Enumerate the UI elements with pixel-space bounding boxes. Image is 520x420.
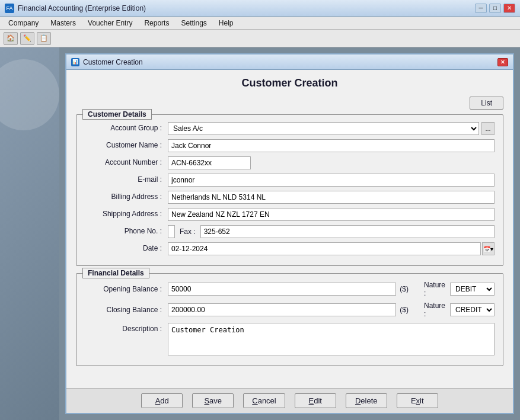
menu-bar: Company Masters Voucher Entry Reports Se… (0, 17, 520, 30)
billing-address-input[interactable] (168, 191, 495, 204)
customer-name-label: Customer Name : (85, 139, 168, 149)
email-control (168, 174, 495, 187)
financial-details-label: Financial Details (82, 268, 149, 278)
toolbar-btn-2[interactable]: ✏️ (20, 32, 34, 45)
main-area: 📊 Customer Creation ✕ Customer Creation … (0, 47, 520, 420)
phone-fax-control: Fax : (168, 225, 495, 238)
dialog-window: 📊 Customer Creation ✕ Customer Creation … (65, 53, 514, 414)
financial-details-section: Financial Details Opening Balance : ($) … (76, 273, 503, 366)
toolbar: 🏠 ✏️ 📋 (0, 30, 520, 47)
opening-currency: ($) (400, 285, 409, 293)
menu-company[interactable]: Company (2, 18, 44, 28)
page-title: Customer Creation (76, 77, 503, 89)
date-control: 📅▾ (168, 242, 495, 255)
shipping-address-input[interactable] (168, 208, 495, 221)
billing-address-control (168, 191, 495, 204)
left-background (0, 47, 59, 420)
delete-button[interactable]: Delete (346, 393, 387, 408)
toolbar-btn-1[interactable]: 🏠 (4, 32, 18, 45)
list-btn-row: List (76, 97, 503, 110)
email-label: E-mail : (85, 174, 168, 184)
customer-name-control (168, 139, 495, 152)
account-group-control: Sales A/c Purchase A/c Cash A/c ... (168, 122, 495, 135)
date-label: Date : (85, 242, 168, 252)
menu-reports[interactable]: Reports (138, 18, 175, 28)
shipping-address-control (168, 208, 495, 221)
description-row: Description : Customer Creation (85, 323, 495, 355)
opening-balance-label: Opening Balance : (85, 285, 168, 293)
account-group-row: Account Group : Sales A/c Purchase A/c C… (85, 122, 495, 135)
exit-button[interactable]: Exit (397, 393, 438, 408)
fax-input[interactable] (200, 225, 495, 238)
app-icon: FA (5, 4, 14, 13)
customer-details-section: Customer Details Account Group : Sales A… (76, 114, 503, 266)
toolbar-btn-3[interactable]: 📋 (37, 32, 51, 45)
app-close-button[interactable]: ✕ (503, 4, 515, 13)
minimize-button[interactable]: ─ (475, 4, 487, 13)
customer-name-input[interactable] (168, 139, 495, 152)
account-number-label: Account Number : (85, 156, 168, 166)
shipping-address-label: Shipping Address : (85, 208, 168, 218)
date-input[interactable] (168, 242, 481, 255)
dialog-title: Customer Creation (83, 58, 497, 66)
date-wrapper: 📅▾ (168, 242, 495, 255)
closing-nature-label: Nature : (424, 302, 445, 318)
phone-label: Phone No. : (85, 225, 168, 235)
dialog-buttons: Add Save Cancel Edit Delete Exit (66, 388, 513, 413)
phone-input[interactable] (168, 225, 175, 238)
dialog-close-button[interactable]: ✕ (497, 58, 508, 66)
fax-label: Fax : (180, 227, 196, 236)
save-button[interactable]: Save (192, 393, 234, 408)
account-number-row: Account Number : (85, 156, 495, 169)
dialog-titlebar: 📊 Customer Creation ✕ (66, 54, 513, 70)
account-group-select[interactable]: Sales A/c Purchase A/c Cash A/c (168, 122, 479, 135)
opening-nature-select[interactable]: DEBIT CREDIT (450, 283, 495, 296)
customer-name-row: Customer Name : (85, 139, 495, 152)
menu-masters[interactable]: Masters (44, 18, 82, 28)
maximize-button[interactable]: □ (489, 4, 501, 13)
opening-nature-label: Nature : (424, 281, 445, 297)
menu-voucher-entry[interactable]: Voucher Entry (82, 18, 138, 28)
closing-balance-label: Closing Balance : (85, 306, 168, 314)
dialog-icon: 📊 (71, 58, 79, 66)
calendar-button[interactable]: 📅▾ (482, 242, 495, 255)
phone-fax-row: Phone No. : Fax : (85, 225, 495, 238)
description-textarea[interactable]: Customer Creation (168, 323, 495, 355)
billing-address-row: Billing Address : (85, 191, 495, 204)
closing-balance-row: Closing Balance : ($) Nature : CREDIT DE… (85, 302, 495, 318)
dialog-content: Customer Creation List Customer Details … (66, 70, 513, 388)
account-group-wrapper: Sales A/c Purchase A/c Cash A/c ... (168, 122, 495, 135)
titlebar-buttons: ─ □ ✕ (475, 4, 515, 13)
edit-button[interactable]: Edit (295, 393, 336, 408)
closing-currency: ($) (400, 306, 409, 314)
app-title: Financial Accounting (Enterprise Edition… (18, 4, 475, 12)
list-button[interactable]: List (470, 97, 503, 110)
add-button[interactable]: Add (141, 393, 183, 408)
account-number-input[interactable] (168, 156, 251, 169)
menu-settings[interactable]: Settings (175, 18, 212, 28)
phone-fax-inner: Fax : (168, 225, 495, 238)
opening-balance-row: Opening Balance : ($) Nature : DEBIT CRE… (85, 281, 495, 297)
date-row: Date : 📅▾ (85, 242, 495, 255)
account-group-dots-button[interactable]: ... (481, 122, 495, 135)
account-group-label: Account Group : (85, 122, 168, 132)
customer-details-label: Customer Details (82, 109, 152, 120)
description-label: Description : (85, 323, 168, 333)
email-row: E-mail : (85, 174, 495, 187)
account-number-control (168, 156, 495, 169)
billing-address-label: Billing Address : (85, 191, 168, 201)
shipping-address-row: Shipping Address : (85, 208, 495, 221)
cancel-button[interactable]: Cancel (243, 393, 285, 408)
app-titlebar: FA Financial Accounting (Enterprise Edit… (0, 0, 520, 17)
opening-balance-input[interactable] (168, 283, 396, 296)
email-input[interactable] (168, 174, 495, 187)
closing-balance-input[interactable] (168, 303, 396, 316)
closing-nature-select[interactable]: CREDIT DEBIT (450, 303, 495, 316)
menu-help[interactable]: Help (213, 18, 240, 28)
